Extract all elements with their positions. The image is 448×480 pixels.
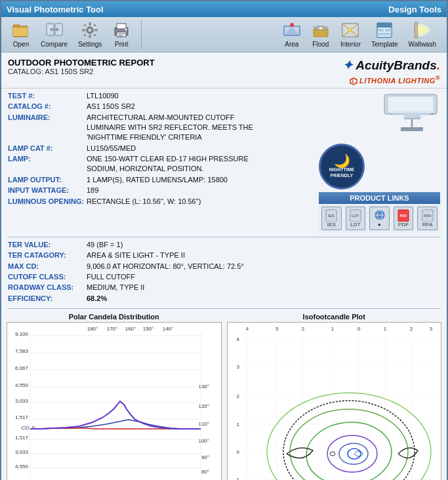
svg-text:4: 4 [236, 336, 239, 342]
svg-text:3: 3 [236, 364, 239, 370]
print-icon [112, 21, 131, 39]
svg-text:IES: IES [328, 214, 335, 218]
max-cd-label: MAX CD: [8, 262, 87, 271]
lithonia-logo: L LITHONIA LIGHTING® [350, 75, 440, 85]
pdf-button[interactable]: PDF PDF [394, 207, 414, 230]
svg-rect-15 [94, 24, 96, 26]
svg-text:3,033: 3,033 [15, 449, 29, 455]
ies-button[interactable]: IES IES [321, 207, 342, 230]
svg-rect-10 [89, 22, 91, 26]
charts-section: Polar Candela Distribution 180° 170° 160… [1, 310, 447, 480]
template-button[interactable]: Template [366, 20, 403, 49]
report-title-area: OUTDOOR PHOTOMETRIC REPORT CATALOG: AS1 … [8, 58, 342, 85]
cutoff-row: CUTOFF CLASS: FULL CUTOFF [8, 272, 440, 282]
ter-category-value: AREA & SITE LIGHT - TYPE II [87, 250, 185, 260]
wallwash-label: Wallwash [409, 41, 436, 48]
svg-text:4: 4 [245, 326, 249, 332]
ter-value-label: TER VALUE: [8, 240, 87, 250]
compare-button[interactable]: Compare [35, 20, 73, 49]
svg-rect-2 [13, 28, 28, 36]
svg-text:7,583: 7,583 [15, 348, 29, 354]
cutoff-value: FULL CUTOFF [87, 272, 135, 282]
catalog-row: CATALOG #: AS1 150S SR2 [8, 102, 319, 111]
flood-label: Flood [312, 41, 329, 48]
svg-text:1,517: 1,517 [15, 435, 29, 441]
ter-value-row: TER VALUE: 49 (BF = 1) [8, 240, 440, 250]
interior-button[interactable]: Interior [335, 20, 366, 49]
svg-rect-11 [89, 35, 91, 38]
ldt-button[interactable]: LDT LDT [346, 207, 366, 230]
lamp-row: LAMP: ONE 150-WATT CLEAR ED-17 HIGH PRES… [8, 154, 319, 174]
product-links-header: PRODUCT LINKS [319, 192, 440, 204]
polar-chart-svg: 180° 170° 160° 150° 140° 130° 120° 110° … [7, 323, 217, 480]
open-icon [12, 21, 30, 39]
report-header: OUTDOOR PHOTOMETRIC REPORT CATALOG: AS1 … [1, 52, 447, 89]
web-label: ● [378, 222, 381, 228]
wallwash-icon [413, 21, 432, 39]
svg-text:0: 0 [236, 449, 239, 455]
svg-text:1: 1 [331, 326, 334, 332]
svg-text:CD: 0: CD: 0 [22, 425, 35, 431]
polar-chart-title: Polar Candela Distribution [7, 313, 222, 321]
iso-chart-container: Isofootcandle Plot 4 3 2 1 0 1 2 3 [227, 313, 442, 480]
luminaire-label: LUMINAIRE: [8, 113, 87, 143]
svg-text:2: 2 [301, 326, 304, 332]
globe-button[interactable]: ● [369, 207, 390, 230]
open-button[interactable]: Open [7, 20, 35, 49]
svg-rect-13 [94, 30, 98, 31]
flood-button[interactable]: Flood [306, 20, 335, 49]
report-title: OUTDOOR PHOTOMETRIC REPORT [8, 58, 342, 68]
print-button[interactable]: Print [107, 20, 136, 49]
pdf-label: PDF [398, 222, 409, 228]
template-label: Template [371, 41, 398, 48]
svg-rect-41 [388, 96, 434, 112]
test-label: TEST #: [8, 91, 87, 101]
svg-text:6,067: 6,067 [15, 365, 29, 371]
svg-text:110°: 110° [198, 421, 209, 427]
svg-rect-19 [117, 24, 126, 29]
area-label: Area [285, 41, 298, 48]
lamp-output-row: LAMP OUTPUT: 1 LAMP(S), RATED LUMENS/LAM… [8, 175, 319, 185]
svg-rect-36 [377, 33, 392, 35]
print-label: Print [115, 41, 129, 48]
svg-rect-17 [94, 33, 96, 36]
rfa-icon: RFA [421, 209, 434, 222]
ter-value: 49 (BF = 1) [87, 240, 123, 250]
lamp-cat-value: LU150/55/MED [87, 144, 136, 153]
settings-button[interactable]: Settings [73, 20, 107, 49]
pdf-icon: PDF [397, 209, 410, 222]
svg-text:140°: 140° [163, 326, 174, 332]
product-links-icons: IES IES LDT LDT [319, 204, 440, 233]
ter-category-label: TER CATAGORY: [8, 250, 87, 260]
lamp-label: LAMP: [8, 154, 87, 174]
product-links-section: PRODUCT LINKS IES IES LDT [319, 192, 440, 233]
separator-1 [8, 237, 440, 237]
ies-icon: IES [325, 209, 338, 222]
svg-text:1: 1 [383, 326, 386, 332]
svg-rect-14 [84, 24, 87, 26]
svg-text:3: 3 [275, 326, 278, 332]
luminaire-value: ARCHITECTURAL ARM-MOUNTED CUTOFF LUMINAI… [87, 113, 270, 143]
svg-rect-35 [385, 29, 392, 31]
svg-rect-12 [82, 30, 85, 31]
ter-section: TER VALUE: 49 (BF = 1) TER CATAGORY: ARE… [1, 239, 447, 307]
rfa-button[interactable]: RFA RFA [417, 207, 438, 230]
roadway-label: ROADWAY CLASS: [8, 283, 87, 292]
data-right: 🌙 NIGHTTIMEFRIENDLY PRODUCT LINKS IES [319, 91, 440, 233]
area-button[interactable]: Area [277, 20, 306, 49]
data-left: TEST #: LTL10090 CATALOG #: AS1 150S SR2… [8, 91, 319, 233]
svg-text:L: L [352, 79, 355, 83]
svg-text:4,550: 4,550 [15, 464, 29, 470]
svg-point-28 [319, 27, 322, 30]
toolbar-right-group: Area Flood [272, 20, 447, 49]
svg-rect-34 [377, 29, 384, 31]
svg-text:2: 2 [236, 393, 239, 399]
settings-icon [81, 21, 99, 39]
interior-icon [341, 21, 359, 39]
svg-text:130°: 130° [198, 384, 209, 390]
nighttime-badge: 🌙 NIGHTTIMEFRIENDLY [319, 144, 365, 190]
polar-chart-container: Polar Candela Distribution 180° 170° 160… [7, 313, 222, 480]
svg-text:9,100: 9,100 [15, 331, 29, 337]
wallwash-button[interactable]: Wallwash [403, 20, 441, 49]
svg-point-31 [349, 29, 352, 31]
